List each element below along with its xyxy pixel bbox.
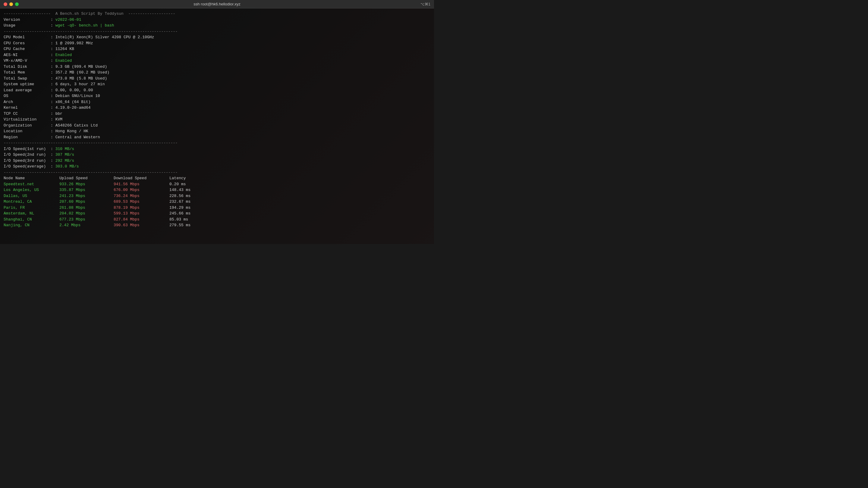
region-line: Region : Central and Western — [4, 134, 430, 140]
header-line: -------------------- A Bench.sh Script B… — [4, 11, 430, 17]
net-upload-speed: 335.87 Mbps — [59, 187, 114, 193]
vmx-line: VM-x/AMD-V : Enabled — [4, 58, 430, 64]
net-table-row: Speedtest.net933.26 Mbps941.56 Mbps0.20 … — [4, 181, 430, 187]
net-upload-speed: 677.23 Mbps — [59, 217, 114, 223]
net-table-row: Nanjing, CN2.42 Mbps390.63 Mbps279.55 ms — [4, 222, 430, 228]
io1-line: I/O Speed(1st run) : 310 MB/s — [4, 146, 430, 152]
maximize-button[interactable] — [15, 2, 19, 6]
version-line: Version : v2022-06-01 — [4, 17, 430, 23]
cpu-cache-line: CPU Cache : 11264 KB — [4, 46, 430, 52]
net-download-speed: 676.00 Mbps — [114, 187, 169, 193]
net-latency: 279.55 ms — [169, 222, 215, 228]
net-upload-speed: 933.26 Mbps — [59, 181, 114, 187]
terminal-content[interactable]: -------------------- A Bench.sh Script B… — [0, 8, 434, 244]
net-table-row: Amsterdam, NL204.02 Mbps599.13 Mbps245.6… — [4, 210, 430, 217]
swap-line: Total Swap : 473.0 MB (5.8 MB Used) — [4, 76, 430, 82]
virt-line: Virtualization : KVM — [4, 117, 430, 123]
sep3: ----------------------------------------… — [4, 170, 430, 175]
net-table-row: Shanghai, CN677.23 Mbps827.84 Mbps85.03 … — [4, 217, 430, 223]
net-download-speed: 599.13 Mbps — [114, 210, 169, 217]
net-latency: 85.03 ms — [169, 217, 215, 223]
net-table-row: Montreal, CA207.60 Mbps689.53 Mbps232.67… — [4, 199, 430, 205]
net-upload-speed: 2.42 Mbps — [59, 222, 114, 228]
loc-line: Location : Hong Kong / HK — [4, 128, 430, 134]
net-upload-speed: 207.60 Mbps — [59, 199, 114, 205]
tcp-line: TCP CC : bbr — [4, 111, 430, 117]
net-table-row: Dallas, US241.23 Mbps736.24 Mbps228.56 m… — [4, 193, 430, 199]
io3-line: I/O Speed(3rd run) : 292 MB/s — [4, 158, 430, 164]
load-line: Load average : 0.00, 0.00, 0.00 — [4, 87, 430, 93]
net-table-row: Los Angeles, US335.87 Mbps676.00 Mbps148… — [4, 187, 430, 193]
net-col-node: Node Name — [4, 175, 59, 181]
io-avg-line: I/O Speed(average) : 303.0 MB/s — [4, 164, 430, 170]
net-latency: 148.43 ms — [169, 187, 215, 193]
cpu-model-line: CPU Model : Intel(R) Xeon(R) Silver 4208… — [4, 34, 430, 40]
kernel-line: Kernel : 4.19.0-20-amd64 — [4, 105, 430, 111]
net-download-speed: 941.56 Mbps — [114, 181, 169, 187]
net-table-row: Paris, FR261.08 Mbps878.19 Mbps194.29 ms — [4, 205, 430, 211]
net-table-body: Speedtest.net933.26 Mbps941.56 Mbps0.20 … — [4, 181, 430, 228]
net-node-name: Dallas, US — [4, 193, 59, 199]
net-upload-speed: 261.08 Mbps — [59, 205, 114, 211]
traffic-lights — [4, 2, 19, 6]
net-latency: 228.56 ms — [169, 193, 215, 199]
net-download-speed: 736.24 Mbps — [114, 193, 169, 199]
mem-line: Total Mem : 357.2 MB (60.2 MB Used) — [4, 70, 430, 76]
net-node-name: Los Angeles, US — [4, 187, 59, 193]
net-col-upload: Upload Speed — [59, 175, 114, 181]
org-line: Organization : AS48266 Catixs Ltd — [4, 123, 430, 129]
net-download-speed: 390.63 Mbps — [114, 222, 169, 228]
net-col-download: Download Speed — [114, 175, 169, 181]
net-upload-speed: 204.02 Mbps — [59, 210, 114, 217]
arch-line: Arch : x86_64 (64 Bit) — [4, 99, 430, 105]
net-latency: 194.29 ms — [169, 205, 215, 211]
minimize-button[interactable] — [9, 2, 13, 6]
net-download-speed: 878.19 Mbps — [114, 205, 169, 211]
net-node-name: Nanjing, CN — [4, 222, 59, 228]
aes-line: AES-NI : Enabled — [4, 52, 430, 58]
net-latency: 0.20 ms — [169, 181, 215, 187]
window-shortcut: ⌥⌘1 — [421, 2, 430, 6]
net-latency: 245.66 ms — [169, 210, 215, 217]
net-node-name: Montreal, CA — [4, 199, 59, 205]
sep1: ----------------------------------------… — [4, 29, 430, 35]
title-bar: ssh root@hk6.hellodior.xyz ⌥⌘1 — [0, 0, 434, 8]
window-title: ssh root@hk6.hellodior.xyz — [193, 2, 241, 6]
terminal-window: ssh root@hk6.hellodior.xyz ⌥⌘1 ---------… — [0, 0, 434, 244]
io2-line: I/O Speed(2nd run) : 307 MB/s — [4, 152, 430, 158]
os-line: OS : Debian GNU/Linux 10 — [4, 93, 430, 99]
cpu-cores-line: CPU Cores : 1 @ 2099.982 MHz — [4, 40, 430, 46]
disk-line: Total Disk : 9.3 GB (999.4 MB Used) — [4, 64, 430, 70]
net-table-header: Node Name Upload Speed Download Speed La… — [4, 175, 430, 181]
net-download-speed: 689.53 Mbps — [114, 199, 169, 205]
net-col-latency: Latency — [169, 175, 215, 181]
close-button[interactable] — [4, 2, 7, 6]
net-node-name: Speedtest.net — [4, 181, 59, 187]
usage-line: Usage : wget -qO- bench.sh | bash — [4, 23, 430, 29]
net-node-name: Amsterdam, NL — [4, 210, 59, 217]
net-latency: 232.67 ms — [169, 199, 215, 205]
net-node-name: Shanghai, CN — [4, 217, 59, 223]
sep2: ----------------------------------------… — [4, 140, 430, 146]
net-upload-speed: 241.23 Mbps — [59, 193, 114, 199]
uptime-line: System uptime : 6 days, 3 hour 27 min — [4, 82, 430, 87]
net-node-name: Paris, FR — [4, 205, 59, 211]
net-download-speed: 827.84 Mbps — [114, 217, 169, 223]
